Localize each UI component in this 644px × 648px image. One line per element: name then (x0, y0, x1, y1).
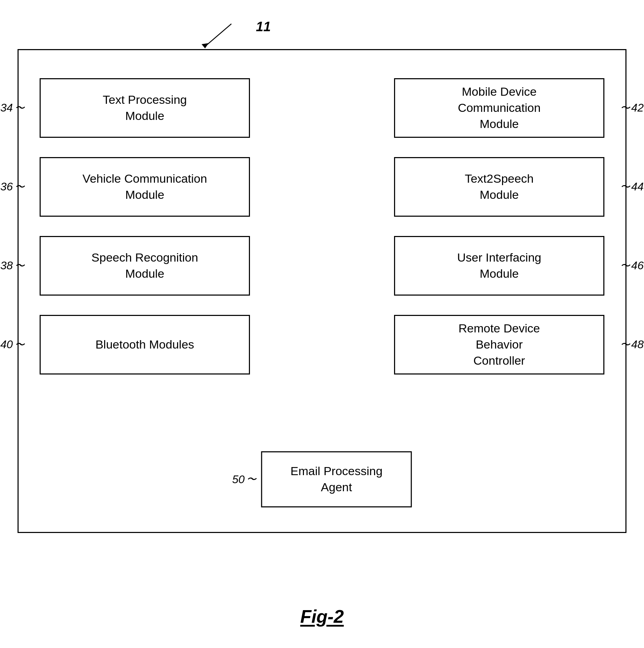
wavy-34: 〜 (15, 101, 24, 115)
main-box: Text ProcessingModule 34 〜 Vehicle Commu… (18, 49, 626, 533)
label-40: 40 (0, 337, 13, 352)
user-interfacing-module-box: User InterfacingModule 〜 46 (394, 236, 604, 296)
text-processing-module-box: Text ProcessingModule 34 〜 (40, 78, 250, 138)
diagram-number: 11 (256, 19, 271, 34)
wavy-42: 〜 (620, 101, 629, 115)
label-44: 44 (631, 179, 644, 194)
email-processing-agent-wrapper: 50 〜 Email ProcessingAgent (232, 451, 412, 507)
label-36: 36 (0, 179, 13, 194)
speech-recognition-module-label: Speech RecognitionModule (91, 250, 198, 282)
mobile-device-communication-module-box: Mobile DeviceCommunicationModule 〜 42 (394, 78, 604, 138)
svg-marker-1 (202, 43, 209, 48)
email-processing-agent-box: Email ProcessingAgent (261, 451, 412, 507)
remote-device-behavior-controller-box: Remote DeviceBehaviorController 〜 48 (394, 315, 604, 374)
label-42: 42 (631, 100, 644, 115)
wavy-46: 〜 (620, 259, 629, 272)
email-processing-agent-label: Email ProcessingAgent (290, 463, 382, 495)
user-interfacing-module-label: User InterfacingModule (457, 250, 541, 282)
label-48: 48 (631, 337, 644, 352)
text2speech-module-label: Text2SpeechModule (465, 171, 534, 203)
label-50: 50 (232, 473, 245, 486)
wavy-38: 〜 (15, 259, 24, 272)
wavy-36: 〜 (15, 180, 24, 194)
label-46: 46 (631, 258, 644, 273)
wavy-40: 〜 (15, 338, 24, 351)
page-container: 11 Text ProcessingModule 34 〜 Vehicle Co… (0, 0, 644, 648)
remote-device-behavior-controller-label: Remote DeviceBehaviorController (459, 320, 540, 369)
text-processing-module-label: Text ProcessingModule (103, 92, 187, 124)
label-38: 38 (0, 258, 13, 273)
vehicle-communication-module-box: Vehicle CommunicationModule 36 〜 (40, 157, 250, 217)
bluetooth-modules-box: Bluetooth Modules 40 〜 (40, 315, 250, 374)
figure-label: Fig-2 (300, 606, 344, 627)
vehicle-communication-module-label: Vehicle CommunicationModule (82, 171, 207, 203)
text2speech-module-box: Text2SpeechModule 〜 44 (394, 157, 604, 217)
wavy-48: 〜 (620, 338, 629, 351)
mobile-device-communication-module-label: Mobile DeviceCommunicationModule (458, 84, 541, 132)
wavy-50: 〜 (246, 473, 256, 486)
wavy-44: 〜 (620, 180, 629, 194)
speech-recognition-module-box: Speech RecognitionModule 38 〜 (40, 236, 250, 296)
label-34: 34 (0, 100, 13, 115)
bluetooth-modules-label: Bluetooth Modules (95, 337, 194, 353)
svg-line-0 (207, 24, 231, 45)
